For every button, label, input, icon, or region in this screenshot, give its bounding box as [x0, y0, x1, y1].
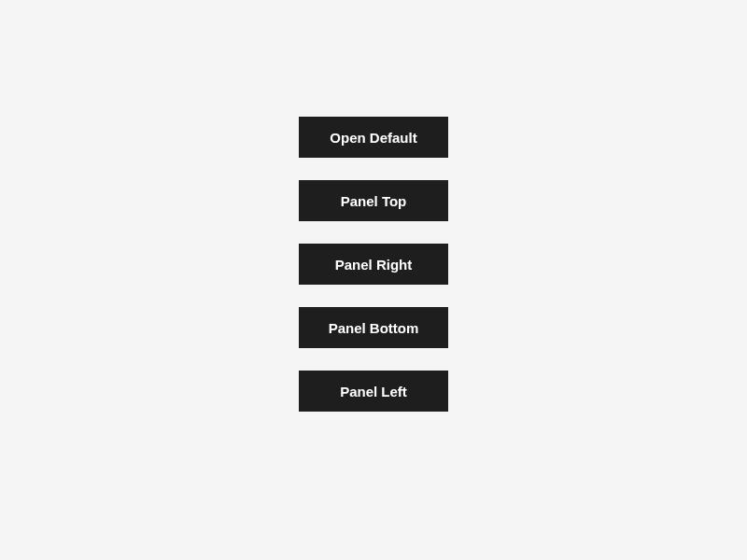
button-label: Panel Bottom [329, 320, 419, 336]
panel-right-button[interactable]: Panel Right [299, 244, 448, 285]
button-label: Panel Right [335, 257, 413, 273]
panel-bottom-button[interactable]: Panel Bottom [299, 307, 448, 348]
button-label: Open Default [330, 130, 416, 146]
panel-top-button[interactable]: Panel Top [299, 180, 448, 221]
button-label: Panel Top [341, 193, 407, 209]
panel-left-button[interactable]: Panel Left [299, 371, 448, 412]
button-label: Panel Left [340, 384, 407, 399]
open-default-button[interactable]: Open Default [299, 117, 448, 158]
